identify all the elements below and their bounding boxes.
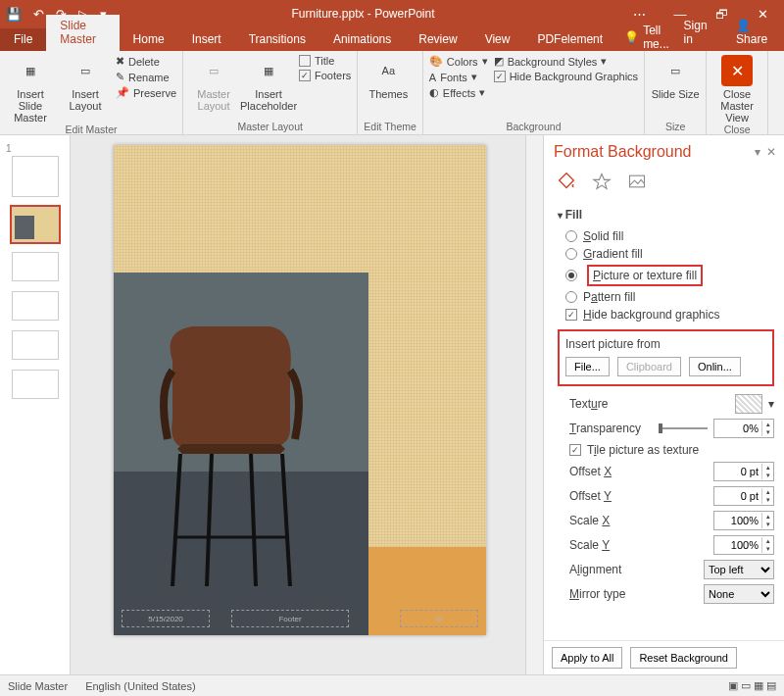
pattern-fill-radio[interactable]: Pattern fill: [565, 290, 774, 304]
picture-tab-icon[interactable]: [624, 169, 650, 194]
scale-y-label: Scale Y: [569, 538, 708, 552]
svg-line-1: [282, 454, 290, 586]
chair-photo: [114, 273, 368, 635]
picture-fill-radio[interactable]: Picture or texture fill: [565, 265, 774, 286]
file-button[interactable]: File...: [565, 357, 610, 376]
scale-x-spinner[interactable]: ▴▾: [713, 511, 774, 530]
solid-fill-radio[interactable]: Solid fill: [565, 229, 774, 243]
tab-transitions[interactable]: Transitions: [235, 28, 319, 51]
thumbnail-pane[interactable]: 1: [0, 135, 71, 674]
tab-animations[interactable]: Animations: [319, 28, 405, 51]
insert-picture-from-box: Insert picture from File... Clipboard On…: [558, 329, 774, 386]
group-size: Size: [651, 121, 700, 134]
rename-layout-button[interactable]: ✎Rename: [116, 71, 176, 83]
master-layout-icon: ▭: [198, 55, 229, 86]
tab-pdfelement[interactable]: PDFelement: [523, 28, 616, 51]
master-number: 1: [6, 143, 64, 154]
slide-canvas[interactable]: 5/15/2020 Footer ‹#›: [114, 145, 486, 635]
gradient-fill-radio[interactable]: Gradient fill: [565, 247, 774, 261]
insert-placeholder-button[interactable]: ▦ Insert Placeholder: [244, 55, 293, 112]
slide-size-button[interactable]: ▭ Slide Size: [651, 55, 700, 100]
status-language[interactable]: English (United States): [85, 680, 196, 692]
svg-line-2: [207, 454, 212, 586]
footer-placeholder[interactable]: Footer: [231, 610, 349, 627]
fill-tab-icon[interactable]: [554, 169, 579, 194]
layout-thumb[interactable]: [12, 291, 59, 321]
format-background-pane: Format Background ▾ ✕ Fill Solid fill Gr…: [543, 135, 784, 674]
background-styles-button[interactable]: ◩Background Styles ▾: [494, 55, 638, 68]
colors-button[interactable]: 🎨Colors ▾: [429, 55, 488, 68]
hide-bg-graphics-check[interactable]: ✓Hide background graphics: [565, 308, 774, 322]
insert-slide-master-button[interactable]: ▦ Insert Slide Master: [6, 55, 55, 124]
effects-button[interactable]: ◐Effects ▾: [429, 86, 488, 99]
delete-icon: ✖: [116, 55, 124, 68]
offset-x-spinner[interactable]: ▴▾: [713, 462, 774, 481]
vertical-scrollbar[interactable]: [525, 135, 543, 674]
mirror-label: Mirror type: [569, 587, 698, 601]
tab-file[interactable]: File: [0, 28, 46, 51]
view-buttons[interactable]: ▣ ▭ ▦ ▤: [728, 679, 776, 692]
pane-close-icon[interactable]: ✕: [766, 145, 776, 159]
share-button[interactable]: 👤 Share: [722, 15, 784, 51]
layout-thumb[interactable]: [12, 330, 59, 360]
alignment-label: Alignment: [569, 563, 698, 576]
layout-thumb[interactable]: [12, 252, 59, 281]
save-icon[interactable]: 💾: [6, 7, 22, 22]
sign-in-link[interactable]: Sign in: [670, 15, 722, 51]
reset-background-button[interactable]: Reset Background: [630, 647, 737, 669]
mirror-select[interactable]: None: [704, 584, 774, 604]
ribbon: ▦ Insert Slide Master ▭ Insert Layout ✖D…: [0, 51, 784, 135]
scale-x-label: Scale X: [569, 514, 708, 527]
online-button[interactable]: Onlin...: [689, 357, 741, 376]
tab-review[interactable]: Review: [405, 28, 470, 51]
themes-icon: Aa: [372, 55, 404, 86]
alignment-select[interactable]: Top left: [704, 560, 774, 579]
transparency-slider[interactable]: [659, 422, 708, 435]
insert-layout-button[interactable]: ▭ Insert Layout: [61, 55, 110, 112]
footers-checkbox[interactable]: ✓Footers: [299, 70, 351, 81]
date-placeholder[interactable]: 5/15/2020: [122, 610, 210, 627]
chair-illustration: [143, 302, 319, 596]
transparency-spinner[interactable]: ▴▾: [713, 419, 774, 438]
fill-section-header[interactable]: Fill: [558, 208, 774, 222]
layout-thumb[interactable]: [12, 370, 59, 399]
title-checkbox[interactable]: Title: [299, 55, 351, 67]
insert-picture-from-label: Insert picture from: [565, 337, 766, 351]
preserve-button[interactable]: 📌Preserve: [116, 86, 176, 99]
scale-y-spinner[interactable]: ▴▾: [713, 535, 774, 555]
tab-slide-master[interactable]: Slide Master: [46, 15, 119, 51]
master-thumb[interactable]: [12, 156, 59, 197]
close-master-view-button[interactable]: ✕ Close Master View: [712, 55, 761, 124]
delete-layout-button[interactable]: ✖Delete: [116, 55, 176, 68]
master-layout-button[interactable]: ▭ Master Layout: [189, 55, 238, 112]
slide-number-placeholder[interactable]: ‹#›: [400, 610, 478, 627]
fonts-button[interactable]: AFonts ▾: [429, 71, 488, 83]
hide-bg-graphics-checkbox[interactable]: ✓Hide Background Graphics: [494, 71, 638, 82]
undo-icon[interactable]: ↶: [33, 7, 44, 22]
themes-button[interactable]: Aa Themes: [364, 55, 413, 100]
tab-view[interactable]: View: [471, 28, 524, 51]
pane-options-icon[interactable]: ▾: [755, 145, 760, 159]
slide-master-icon: ▦: [15, 55, 46, 86]
slide-edit-area[interactable]: 5/15/2020 Footer ‹#›: [71, 135, 543, 674]
tab-home[interactable]: Home: [120, 28, 178, 51]
svg-line-0: [172, 454, 180, 586]
offset-y-spinner[interactable]: ▴▾: [713, 486, 774, 506]
tell-me[interactable]: 💡 Tell me...: [624, 24, 669, 51]
slide-size-icon: ▭: [660, 55, 691, 86]
layout-thumb[interactable]: [12, 207, 59, 242]
texture-picker[interactable]: [735, 394, 762, 414]
status-view: Slide Master: [8, 680, 68, 692]
preserve-icon: 📌: [116, 86, 129, 99]
apply-to-all-button[interactable]: Apply to All: [552, 647, 622, 669]
fonts-icon: A: [429, 72, 436, 83]
effects-icon: ◐: [429, 86, 439, 99]
ribbon-tabs: File Slide Master Home Insert Transition…: [0, 27, 784, 51]
pane-title: Format Background: [554, 143, 749, 161]
offset-x-label: Offset X: [569, 465, 708, 478]
tile-checkbox[interactable]: ✓Tile picture as texture: [569, 443, 774, 457]
group-master-layout: Master Layout: [189, 121, 351, 134]
effects-tab-icon[interactable]: [589, 169, 614, 194]
tab-insert[interactable]: Insert: [178, 28, 235, 51]
transparency-label: Transparency: [569, 422, 653, 435]
